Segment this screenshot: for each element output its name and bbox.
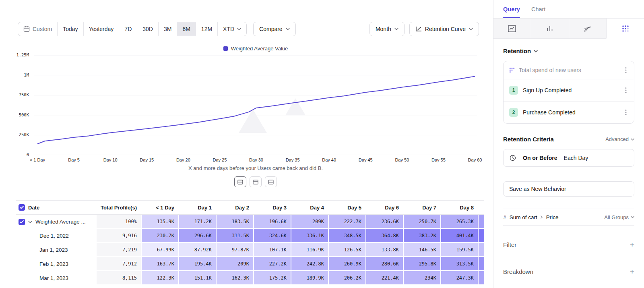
expand-chevron-icon[interactable]: [28, 221, 32, 223]
report-type-funnels[interactable]: [531, 19, 569, 39]
granularity-button[interactable]: Month: [369, 22, 405, 36]
chevron-down-icon: [237, 28, 241, 30]
criteria-heading: Retention Criteria: [503, 136, 554, 143]
chart-style-button[interactable]: Retention Curve: [409, 22, 479, 36]
kebab-icon[interactable]: [623, 86, 628, 94]
layout-top-toggle[interactable]: [250, 176, 262, 187]
date-header-cell: Date: [16, 201, 97, 214]
save-behavior-button[interactable]: Save as New Behavior: [503, 181, 634, 197]
chevron-down-icon: [534, 50, 538, 52]
chart-legend: Weighted Average Value: [34, 46, 477, 52]
behavior-step-1[interactable]: 1 Sign Up Completed: [504, 79, 634, 101]
add-filter-button[interactable]: +: [630, 241, 634, 249]
chevron-down-icon: [631, 138, 634, 141]
value-cell: 311.5K: [216, 229, 253, 243]
value-cell: 401.4K: [440, 229, 478, 243]
range-xtd[interactable]: XTD: [218, 22, 246, 36]
value-cell: 126.5K: [328, 243, 365, 257]
criteria-mode-label: Advanced: [605, 136, 629, 142]
main-panel: CustomTodayYesterday7D30D3M6M12MXTD Comp…: [0, 0, 493, 288]
x-axis-tick: Day 5: [68, 157, 80, 162]
row-date-cell[interactable]: Jan 1, 2023: [16, 243, 97, 257]
report-toolbar: CustomTodayYesterday7D30D3M6M12MXTD Comp…: [18, 22, 479, 36]
report-type-insights[interactable]: [493, 19, 531, 39]
value-cell: 280.6K: [365, 257, 403, 271]
column-header: Day 4: [291, 201, 328, 214]
y-axis-tick: 1M: [0, 73, 29, 77]
column-header: Day 2: [216, 201, 253, 214]
value-cell: 247.3K: [440, 271, 478, 285]
criteria-card[interactable]: On or Before Each Day: [503, 149, 634, 167]
tab-chart[interactable]: Chart: [531, 0, 545, 18]
criteria-condition: On or Before: [523, 155, 557, 161]
tab-query[interactable]: Query: [503, 0, 520, 18]
section-dropdown[interactable]: Retention: [503, 48, 634, 54]
compare-button[interactable]: Compare: [253, 22, 296, 36]
value-cell: 265.3K: [440, 215, 478, 229]
row-date-cell[interactable]: Dec 1, 2022: [16, 229, 97, 243]
value-cell-overflow: [478, 215, 484, 229]
range-yesterday[interactable]: Yesterday: [84, 22, 120, 36]
flows-icon: [584, 25, 592, 32]
total-profiles-cell: 100%: [97, 215, 141, 229]
legend-label: Weighted Average Value: [231, 46, 288, 52]
date-range-control: CustomTodayYesterday7D30D3M6M12MXTD: [18, 22, 247, 36]
layout-bottom-icon: [268, 180, 274, 184]
add-breakdown-button[interactable]: +: [630, 268, 634, 276]
report-type-retention[interactable]: [606, 19, 644, 39]
x-axis-tick: Day 15: [140, 157, 154, 162]
range-label: XTD: [223, 26, 234, 32]
criteria-mode-dropdown[interactable]: Advanced: [605, 136, 634, 142]
kebab-icon[interactable]: [623, 108, 628, 116]
total-profiles-cell: 7,219: [97, 243, 141, 257]
layout-split-toggle[interactable]: [234, 176, 246, 187]
step-event-label: Purchase Completed: [523, 109, 619, 116]
total-profiles-cell: 8,115: [97, 271, 141, 285]
bar-chart-icon: [546, 25, 553, 32]
value-cell: 221.4K: [365, 271, 403, 285]
value-cell: 336.1K: [291, 229, 328, 243]
value-cell: 87.92K: [178, 243, 216, 257]
range-3m[interactable]: 3M: [159, 22, 177, 36]
table-row: Mar 1, 20238,115122.3K151.1K162.3K175.2K…: [16, 271, 484, 285]
behavior-step-2[interactable]: 2 Purchase Completed: [504, 101, 634, 123]
chevron-down-icon: [394, 28, 398, 30]
range-label: 6M: [182, 26, 190, 32]
table-row: Jan 1, 20237,21967.99K87.92K97.87K107.1K…: [16, 243, 484, 257]
row-date-cell[interactable]: Weighted Average ...: [16, 215, 97, 229]
line-chart-icon: [415, 26, 422, 32]
checkbox[interactable]: [19, 219, 25, 225]
range-label: 3M: [164, 26, 171, 32]
kebab-icon[interactable]: [623, 66, 628, 74]
metric-row[interactable]: # Sum of cart Price All Groups: [503, 209, 634, 226]
row-label: Dec 1, 2022: [39, 233, 69, 239]
value-cell: 171.2K: [178, 215, 216, 229]
range-today[interactable]: Today: [58, 22, 83, 36]
x-axis-tick: Day 30: [249, 157, 263, 162]
checkbox[interactable]: [19, 204, 25, 211]
x-axis-tick: Day 25: [213, 157, 227, 162]
criteria-window: Each Day: [564, 155, 588, 161]
layout-bottom-toggle[interactable]: [265, 176, 277, 187]
retention-curve-plot: [34, 52, 477, 155]
value-cell: 183.5K: [216, 215, 253, 229]
column-header: Day 5: [328, 201, 365, 214]
row-date-cell[interactable]: Mar 1, 2023: [16, 271, 97, 285]
range-6m[interactable]: 6M: [177, 22, 196, 36]
range-30d[interactable]: 30D: [137, 22, 159, 36]
report-type-flows[interactable]: [569, 19, 607, 39]
range-7d[interactable]: 7D: [119, 22, 137, 36]
chart-style-label: Retention Curve: [425, 26, 466, 32]
range-label: Custom: [33, 26, 52, 32]
value-cell: 162.3K: [216, 271, 253, 285]
chevron-down-icon: [469, 28, 473, 30]
behavior-header[interactable]: Total spend of new users: [504, 61, 634, 79]
range-12m[interactable]: 12M: [196, 22, 218, 36]
checkbox-check-icon: [20, 220, 24, 224]
group-dropdown[interactable]: All Groups: [604, 214, 634, 220]
value-cell: 196.6K: [253, 215, 291, 229]
value-cell: 163.7K: [141, 257, 178, 271]
row-date-cell[interactable]: Feb 1, 2023: [16, 257, 97, 271]
range-custom[interactable]: Custom: [18, 22, 58, 36]
value-cell: 260.9K: [328, 257, 365, 271]
